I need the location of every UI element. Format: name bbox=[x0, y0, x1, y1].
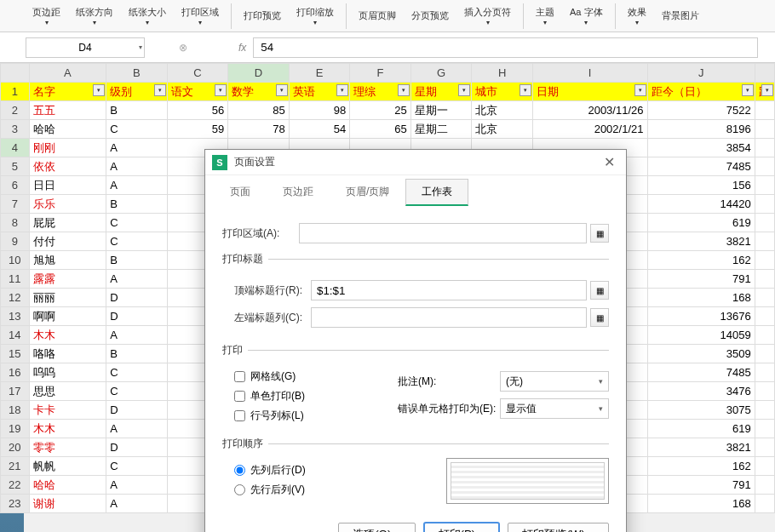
row-header[interactable]: 4 bbox=[1, 139, 30, 157]
cell[interactable]: 2003/11/26 bbox=[532, 101, 647, 120]
row-header[interactable]: 20 bbox=[1, 438, 30, 457]
cell[interactable] bbox=[755, 214, 774, 232]
ribbon-item[interactable]: 打印缩放 bbox=[290, 4, 341, 28]
dialog-titlebar[interactable]: S 页面设置 ✕ bbox=[205, 150, 626, 175]
column-header[interactable] bbox=[1, 64, 30, 83]
cell[interactable]: 谢谢 bbox=[29, 495, 106, 513]
cell[interactable]: D bbox=[106, 438, 168, 457]
ribbon-item[interactable]: Aa 字体 bbox=[563, 4, 610, 28]
range-picker-icon[interactable]: ▦ bbox=[590, 224, 609, 243]
ribbon-item[interactable]: 打印区域 bbox=[175, 4, 226, 28]
cell[interactable] bbox=[755, 457, 774, 476]
ribbon-item[interactable]: 打印预览 bbox=[237, 8, 288, 24]
gridlines-checkbox[interactable]: 网格线(G) bbox=[234, 369, 381, 384]
cell[interactable]: 85 bbox=[228, 101, 290, 120]
cell[interactable]: B bbox=[106, 345, 168, 363]
cell[interactable]: C bbox=[106, 363, 168, 382]
filter-dropdown-icon[interactable]: ▾ bbox=[520, 84, 531, 96]
column-header[interactable]: A bbox=[29, 64, 106, 83]
cell[interactable]: 日日 bbox=[29, 176, 106, 195]
cell[interactable] bbox=[755, 307, 774, 326]
cell[interactable]: 619 bbox=[647, 420, 755, 438]
header-cell[interactable]: 理综▾ bbox=[350, 83, 411, 101]
cell[interactable]: D bbox=[106, 401, 168, 420]
filter-dropdown-icon[interactable]: ▾ bbox=[742, 84, 754, 96]
row-header[interactable]: 5 bbox=[1, 157, 30, 176]
row-header[interactable]: 8 bbox=[1, 214, 30, 232]
cell[interactable]: 丽丽 bbox=[29, 289, 106, 307]
column-header[interactable]: B bbox=[106, 64, 168, 83]
row-header[interactable]: 12 bbox=[1, 289, 30, 307]
options-button[interactable]: 选项(O)... bbox=[338, 523, 415, 532]
cell[interactable]: 屁屁 bbox=[29, 214, 106, 232]
dialog-tab[interactable]: 页眉/页脚 bbox=[330, 179, 405, 206]
formula-input[interactable] bbox=[253, 37, 758, 58]
comments-select[interactable]: (无) bbox=[500, 371, 609, 392]
cell[interactable]: 162 bbox=[647, 251, 755, 270]
row-header[interactable]: 10 bbox=[1, 251, 30, 270]
gridlines-checkbox-input[interactable] bbox=[234, 371, 245, 382]
cell[interactable] bbox=[755, 195, 774, 214]
top-title-row-input[interactable] bbox=[311, 280, 587, 300]
print-button[interactable]: 打印(P)... bbox=[424, 523, 500, 532]
cell[interactable] bbox=[755, 363, 774, 382]
cell[interactable]: D bbox=[106, 289, 168, 307]
cell[interactable]: 呜呜 bbox=[29, 363, 106, 382]
ribbon-item[interactable]: 纸张方向 bbox=[69, 4, 120, 28]
cell[interactable]: 3821 bbox=[647, 232, 755, 251]
filter-dropdown-icon[interactable]: ▾ bbox=[154, 84, 166, 96]
row-header[interactable]: 17 bbox=[1, 382, 30, 401]
cell[interactable] bbox=[755, 120, 774, 139]
cell[interactable]: 哈哈 bbox=[29, 476, 106, 495]
cell[interactable]: 14059 bbox=[647, 326, 755, 345]
filter-dropdown-icon[interactable]: ▾ bbox=[398, 84, 410, 96]
cell[interactable]: A bbox=[106, 176, 168, 195]
ribbon-item[interactable]: 背景图片 bbox=[655, 8, 706, 24]
cell[interactable] bbox=[755, 326, 774, 345]
cell[interactable]: 旭旭 bbox=[29, 251, 106, 270]
column-header[interactable]: F bbox=[350, 64, 411, 83]
cell[interactable]: 3075 bbox=[647, 401, 755, 420]
filter-dropdown-icon[interactable]: ▾ bbox=[458, 84, 470, 96]
cell[interactable]: 木木 bbox=[29, 420, 106, 438]
cell[interactable]: 北京 bbox=[472, 101, 533, 120]
cell[interactable]: 619 bbox=[647, 214, 755, 232]
cell[interactable] bbox=[755, 139, 774, 157]
column-header[interactable]: H bbox=[472, 64, 533, 83]
monochrome-checkbox-input[interactable] bbox=[234, 391, 245, 402]
order-down-radio-input[interactable] bbox=[234, 465, 245, 476]
cell[interactable]: 13676 bbox=[647, 307, 755, 326]
cell[interactable]: C bbox=[106, 382, 168, 401]
cell[interactable]: 162 bbox=[647, 457, 755, 476]
row-header[interactable]: 19 bbox=[1, 420, 30, 438]
filter-dropdown-icon[interactable]: ▾ bbox=[336, 84, 348, 96]
order-over-radio[interactable]: 先行后列(V) bbox=[234, 483, 395, 497]
cell[interactable]: 3854 bbox=[647, 139, 755, 157]
cell[interactable]: A bbox=[106, 495, 168, 513]
cell[interactable]: 7522 bbox=[647, 101, 755, 120]
cell[interactable] bbox=[755, 176, 774, 195]
filter-dropdown-icon[interactable]: ▾ bbox=[93, 84, 105, 96]
row-header[interactable]: 14 bbox=[1, 326, 30, 345]
row-header[interactable]: 16 bbox=[1, 363, 30, 382]
filter-dropdown-icon[interactable]: ▾ bbox=[276, 84, 288, 96]
cell[interactable]: 25 bbox=[350, 101, 411, 120]
ribbon-item[interactable]: 插入分页符 bbox=[457, 4, 518, 28]
cell[interactable] bbox=[755, 382, 774, 401]
cell[interactable] bbox=[755, 420, 774, 438]
cell[interactable]: 791 bbox=[647, 476, 755, 495]
cell[interactable]: 168 bbox=[647, 289, 755, 307]
cell[interactable]: A bbox=[106, 139, 168, 157]
cell[interactable]: A bbox=[106, 326, 168, 345]
header-cell[interactable]: 日期▾ bbox=[532, 83, 647, 101]
row-header[interactable]: 9 bbox=[1, 232, 30, 251]
cell[interactable]: 啊啊 bbox=[29, 307, 106, 326]
filter-dropdown-icon[interactable]: ▾ bbox=[634, 84, 646, 96]
cell[interactable]: 54 bbox=[289, 120, 350, 139]
header-cell[interactable]: 城市▾ bbox=[472, 83, 533, 101]
cell[interactable]: C bbox=[106, 214, 168, 232]
range-picker-icon[interactable]: ▦ bbox=[590, 281, 609, 300]
errors-select[interactable]: 显示值 bbox=[500, 398, 609, 419]
rowcol-headers-checkbox[interactable]: 行号列标(L) bbox=[234, 409, 381, 423]
cell[interactable]: 7485 bbox=[647, 157, 755, 176]
